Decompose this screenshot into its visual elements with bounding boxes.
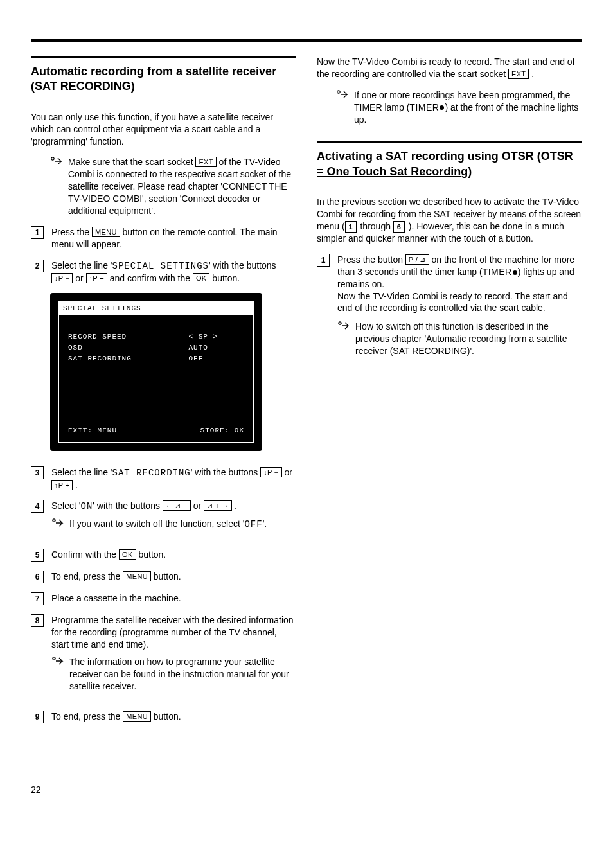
osd-row-value: AUTO [188,343,244,354]
page-top-rule [31,39,582,42]
step-7-marker: 7 [31,592,44,605]
note-sat-manual: i The information on how to programme yo… [51,656,296,693]
record-dot-icon [513,270,517,275]
section-rule [31,56,296,58]
step-1-body: Press the MENU button on the remote cont… [51,226,296,251]
inline-step-6: 6 [393,221,405,233]
osd-row-value: < SP > [188,332,244,343]
special-settings-label: SPECIAL SETTINGS [112,261,209,271]
step-2-body: Select the line 'SPECIAL SETTINGS' with … [51,260,296,285]
p-down-key: ↓P − [51,273,73,283]
osd-row-label: RECORD SPEED [68,332,188,343]
ext-key: EXT [508,69,529,79]
steps-list: 1 Press the MENU button on the remote co… [31,226,296,285]
svg-text:i: i [53,657,54,660]
intro-paragraph: You can only use this function, if you h… [31,111,296,148]
step-6-body: To end, press the MENU button. [51,571,296,583]
p-rec-key: P / ⊿ [405,254,429,265]
osd-inner: SPECIAL SETTINGS RECORD SPEED< SP > OSD … [58,301,254,443]
step-9-body: To end, press the MENU button. [51,711,296,723]
menu-key: MENU [123,571,151,581]
osd-rows: RECORD SPEED< SP > OSD AUTO SAT RECORDIN… [68,332,244,365]
info-arrow-icon: i [337,321,351,331]
otsr-step-1-body: Press the button P / ⊿ on the front of t… [337,254,582,366]
section-rule [317,141,582,143]
timer-label: TIMER [409,102,439,112]
note-off-body: If you want to switch off the function, … [69,518,296,531]
step-3-body: Select the line 'SAT RECORDING' with the… [51,466,296,492]
note-timer-lamp: i If one or more recordings have been pr… [336,89,582,126]
note-switch-off: i How to switch off this function is des… [337,321,582,357]
note-scart: i Make sure that the scart socket EXT of… [50,156,296,217]
info-arrow-icon: i [51,518,66,528]
ok-key: OK [119,549,136,560]
step-8-body: Programme the satellite receiver with th… [51,614,296,701]
step-4-body: Select 'ON' with the buttons ← ⊿ − or ⊿ … [51,500,296,540]
step-7-body: Place a cassette in the machine. [51,592,296,605]
osd-row-value: OFF [188,354,244,365]
ready-paragraph: Now the TV-Video Combi is ready to recor… [317,56,582,80]
info-arrow-icon: i [50,156,64,166]
section-heading-otsr: Activating a SAT recording using OTSR (O… [317,149,582,179]
steps-list-cont: 3 Select the line 'SAT RECORDING' with t… [31,466,296,723]
otsr-step-1-marker: 1 [317,254,330,267]
off-label: OFF [244,519,262,529]
otsr-steps: 1 Press the button P / ⊿ on the front of… [317,254,582,366]
left-key: ← ⊿ − [163,500,191,511]
osd-footer-left: EXIT: MENU [68,426,117,436]
osd-footer: EXIT: MENU STORE: OK [68,423,244,436]
ok-key: OK [193,273,210,283]
menu-key: MENU [123,711,151,722]
osd-screen: SPECIAL SETTINGS RECORD SPEED< SP > OSD … [50,293,262,450]
info-arrow-icon: i [51,656,66,666]
timer-label: TIMER [483,267,512,277]
inline-step-1: 1 [345,221,357,233]
step-9-marker: 9 [31,711,44,723]
record-dot-icon [440,105,444,110]
svg-text:i: i [53,519,54,523]
p-down-key: ↓P − [260,467,281,477]
menu-key: MENU [92,227,120,237]
step-5-body: Confirm with the OK button. [51,549,296,561]
note-scart-body: Make sure that the scart socket EXT of t… [68,156,296,217]
note-timer-body: If one or more recordings have been prog… [354,89,582,126]
two-column-layout: Automatic recording from a satellite rec… [31,56,582,732]
right-key: ⊿ + → [204,500,232,511]
on-label: ON [80,501,93,511]
note-switch-off-body: How to switch off this function is descr… [355,321,582,357]
step-3-marker: 3 [31,466,44,479]
svg-text:i: i [52,157,53,161]
left-column: Automatic recording from a satellite rec… [31,56,296,732]
step-5-marker: 5 [31,549,44,562]
step-8-marker: 8 [31,614,44,627]
ext-key: EXT [195,157,216,167]
p-up-key: ↑P + [51,480,73,490]
step-1-marker: 1 [31,226,44,239]
step-6-marker: 6 [31,571,44,583]
step-4-marker: 4 [31,500,44,513]
svg-text:i: i [339,322,340,326]
step-2-marker: 2 [31,260,44,272]
otsr-intro: In the previous section we described how… [317,196,582,245]
svg-text:i: i [338,90,339,94]
osd-row-label: SAT RECORDING [68,354,188,365]
osd-title: SPECIAL SETTINGS [59,302,253,315]
page-number: 22 [31,784,582,796]
osd-footer-right: STORE: OK [200,426,244,436]
note-off: i If you want to switch off the function… [51,518,296,531]
note-sat-manual-body: The information on how to programme your… [69,656,296,693]
info-arrow-icon: i [336,89,350,100]
p-up-key: ↑P + [86,273,107,283]
right-column: Now the TV-Video Combi is ready to recor… [317,56,582,732]
section-heading-sat-recording: Automatic recording from a satellite rec… [31,64,296,94]
osd-row-label: OSD [68,343,188,354]
sat-recording-label: SAT RECORDING [112,468,191,478]
